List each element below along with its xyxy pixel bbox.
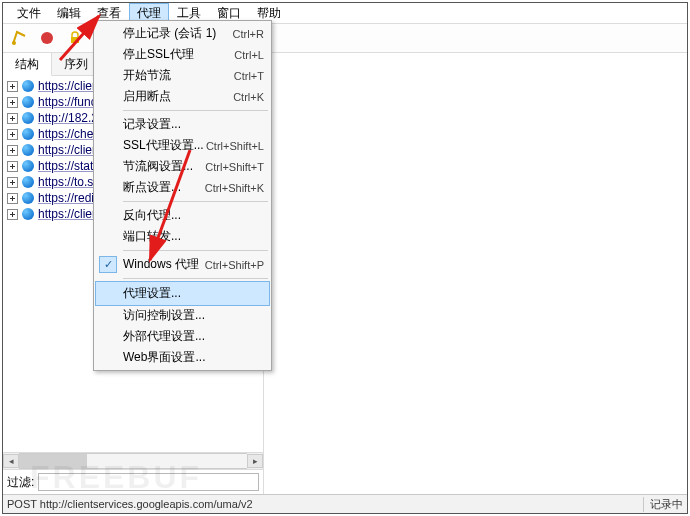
menu-item-shortcut: Ctrl+Shift+L bbox=[206, 140, 264, 152]
expand-icon[interactable] bbox=[7, 113, 18, 124]
globe-icon bbox=[22, 128, 34, 140]
tree-label: https://clien bbox=[38, 207, 99, 221]
tree-label: https://chec bbox=[38, 127, 99, 141]
tree-label: https://redir bbox=[38, 191, 98, 205]
menu-item-shortcut: Ctrl+Shift+P bbox=[205, 259, 264, 271]
globe-icon bbox=[22, 176, 34, 188]
tab-0[interactable]: 结构 bbox=[3, 53, 52, 76]
record-icon[interactable] bbox=[35, 26, 59, 50]
expand-icon[interactable] bbox=[7, 129, 18, 140]
menu-item-label: 停止记录 (会话 1) bbox=[123, 25, 233, 42]
proxy-menu-item[interactable]: 断点设置...Ctrl+Shift+K bbox=[95, 177, 270, 198]
globe-icon bbox=[22, 112, 34, 124]
expand-icon[interactable] bbox=[7, 161, 18, 172]
menu-item-label: 端口转发... bbox=[123, 228, 264, 245]
menu-item-label: SSL代理设置... bbox=[123, 137, 206, 154]
status-left: POST http://clientservices.googleapis.co… bbox=[7, 498, 643, 510]
menu-item-label: 节流阀设置... bbox=[123, 158, 205, 175]
ssl-icon[interactable] bbox=[63, 26, 87, 50]
proxy-menu-item[interactable]: 代理设置... bbox=[95, 281, 270, 306]
menu-separator bbox=[123, 278, 268, 279]
tree-label: https://stats bbox=[38, 159, 99, 173]
menu-item-shortcut: Ctrl+Shift+T bbox=[205, 161, 264, 173]
statusbar: POST http://clientservices.googleapis.co… bbox=[3, 494, 687, 513]
proxy-menu-item[interactable]: SSL代理设置...Ctrl+Shift+L bbox=[95, 135, 270, 156]
proxy-menu-item[interactable]: ✓Windows 代理Ctrl+Shift+P bbox=[95, 254, 270, 275]
proxy-menu-dropdown[interactable]: 停止记录 (会话 1)Ctrl+R停止SSL代理Ctrl+L开始节流Ctrl+T… bbox=[93, 20, 272, 371]
scroll-track[interactable] bbox=[19, 453, 247, 469]
globe-icon bbox=[22, 160, 34, 172]
menu-item-label: 代理设置... bbox=[123, 285, 264, 302]
tree-label: https://to.sn bbox=[38, 175, 100, 189]
svg-point-1 bbox=[41, 32, 53, 44]
menu-separator bbox=[123, 250, 268, 251]
expand-icon[interactable] bbox=[7, 177, 18, 188]
filter-label: 过滤: bbox=[7, 474, 34, 491]
menu-item-label: 开始节流 bbox=[123, 67, 234, 84]
horizontal-scrollbar[interactable]: ◂ ▸ bbox=[3, 452, 263, 469]
expand-icon[interactable] bbox=[7, 193, 18, 204]
menu-item-label: 外部代理设置... bbox=[123, 328, 264, 345]
scroll-thumb[interactable] bbox=[19, 454, 87, 468]
proxy-menu-item[interactable]: 反向代理... bbox=[95, 205, 270, 226]
expand-icon[interactable] bbox=[7, 97, 18, 108]
menu-separator bbox=[123, 201, 268, 202]
menu-item-label: 停止SSL代理 bbox=[123, 46, 234, 63]
menu-item-label: 记录设置... bbox=[123, 116, 264, 133]
filter-input[interactable] bbox=[38, 473, 259, 491]
menu-item-shortcut: Ctrl+Shift+K bbox=[205, 182, 264, 194]
proxy-menu-item[interactable]: 端口转发... bbox=[95, 226, 270, 247]
svg-point-0 bbox=[12, 41, 16, 45]
menu-item-shortcut: Ctrl+K bbox=[233, 91, 264, 103]
menu-item-1[interactable]: 编辑 bbox=[49, 3, 89, 23]
clear-icon[interactable] bbox=[7, 26, 31, 50]
right-panel bbox=[264, 53, 687, 494]
expand-icon[interactable] bbox=[7, 209, 18, 220]
menu-item-shortcut: Ctrl+R bbox=[233, 28, 264, 40]
menu-item-shortcut: Ctrl+L bbox=[234, 49, 264, 61]
proxy-menu-item[interactable]: 访问控制设置... bbox=[95, 305, 270, 326]
scroll-left-arrow[interactable]: ◂ bbox=[3, 454, 19, 468]
globe-icon bbox=[22, 144, 34, 156]
globe-icon bbox=[22, 96, 34, 108]
expand-icon[interactable] bbox=[7, 145, 18, 156]
globe-icon bbox=[22, 192, 34, 204]
proxy-menu-item[interactable]: 外部代理设置... bbox=[95, 326, 270, 347]
tree-label: https://clien bbox=[38, 79, 99, 93]
scroll-right-arrow[interactable]: ▸ bbox=[247, 454, 263, 468]
proxy-menu-item[interactable]: Web界面设置... bbox=[95, 347, 270, 368]
expand-icon[interactable] bbox=[7, 81, 18, 92]
menu-item-label: 访问控制设置... bbox=[123, 307, 264, 324]
menu-item-0[interactable]: 文件 bbox=[9, 3, 49, 23]
menu-item-label: 启用断点 bbox=[123, 88, 233, 105]
menu-item-shortcut: Ctrl+T bbox=[234, 70, 264, 82]
menu-item-label: Windows 代理 bbox=[123, 256, 205, 273]
proxy-menu-item[interactable]: 停止记录 (会话 1)Ctrl+R bbox=[95, 23, 270, 44]
globe-icon bbox=[22, 208, 34, 220]
proxy-menu-item[interactable]: 停止SSL代理Ctrl+L bbox=[95, 44, 270, 65]
proxy-menu-item[interactable]: 节流阀设置...Ctrl+Shift+T bbox=[95, 156, 270, 177]
globe-icon bbox=[22, 80, 34, 92]
check-icon: ✓ bbox=[99, 256, 117, 273]
proxy-menu-item[interactable]: 启用断点Ctrl+K bbox=[95, 86, 270, 107]
menu-item-label: 反向代理... bbox=[123, 207, 264, 224]
tree-label: https://funct bbox=[38, 95, 100, 109]
status-right: 记录中 bbox=[643, 497, 683, 512]
menu-item-label: 断点设置... bbox=[123, 179, 205, 196]
proxy-menu-item[interactable]: 记录设置... bbox=[95, 114, 270, 135]
tree-label: http://182.2 bbox=[38, 111, 98, 125]
menu-separator bbox=[123, 110, 268, 111]
proxy-menu-item[interactable]: 开始节流Ctrl+T bbox=[95, 65, 270, 86]
filter-row: 过滤: bbox=[3, 469, 263, 494]
svg-rect-2 bbox=[71, 37, 79, 43]
menu-item-label: Web界面设置... bbox=[123, 349, 264, 366]
